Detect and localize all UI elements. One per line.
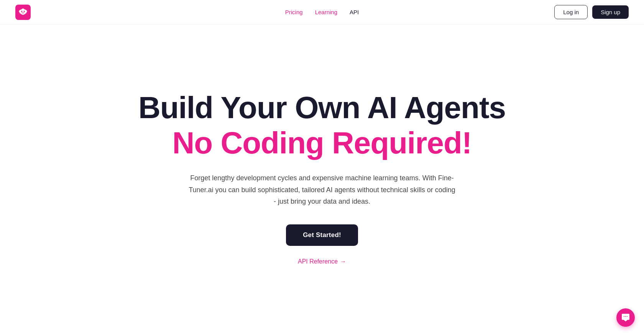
hero-section: Build Your Own AI Agents No Coding Requi… xyxy=(0,25,644,316)
nav-api[interactable]: API xyxy=(350,9,359,15)
logo[interactable] xyxy=(15,5,31,20)
nav-pricing[interactable]: Pricing xyxy=(285,9,303,15)
nav-learning[interactable]: Learning xyxy=(315,9,337,15)
svg-point-0 xyxy=(21,10,22,12)
hero-description: Forget lengthy development cycles and ex… xyxy=(188,172,456,208)
header: Pricing Learning API Log in Sign up xyxy=(0,0,644,25)
header-buttons: Log in Sign up xyxy=(554,5,629,19)
hero-title-line1: Build Your Own AI Agents xyxy=(138,91,506,125)
hero-title-line2: No Coding Required! xyxy=(172,126,472,160)
get-started-button[interactable]: Get Started! xyxy=(286,224,358,246)
api-reference-label: API Reference xyxy=(298,258,338,265)
signup-button[interactable]: Sign up xyxy=(592,5,629,19)
arrow-icon: → xyxy=(340,258,346,265)
chat-icon xyxy=(621,313,630,322)
logo-box xyxy=(15,5,31,20)
svg-point-1 xyxy=(24,10,25,12)
brain-icon xyxy=(18,7,28,17)
login-button[interactable]: Log in xyxy=(554,5,588,19)
api-reference-link[interactable]: API Reference → xyxy=(298,258,346,265)
chat-bubble[interactable] xyxy=(616,308,635,327)
main-nav: Pricing Learning API xyxy=(285,9,359,15)
